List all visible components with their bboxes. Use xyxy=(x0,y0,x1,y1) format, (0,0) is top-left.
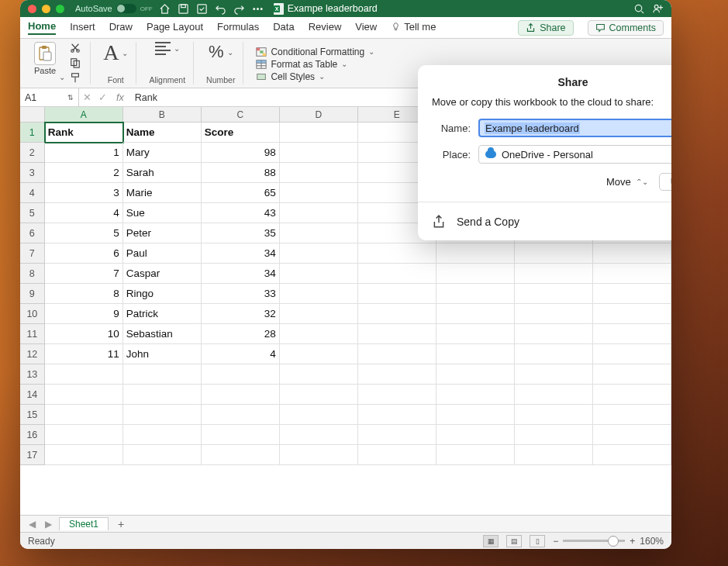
format-as-table-button[interactable]: Format as Table⌄ xyxy=(256,59,347,70)
cell[interactable]: 7 xyxy=(45,264,123,284)
cell[interactable]: Paul xyxy=(123,243,202,264)
cell[interactable] xyxy=(45,445,123,465)
cell[interactable] xyxy=(515,284,593,304)
cell[interactable] xyxy=(358,364,436,385)
cell[interactable] xyxy=(515,243,593,264)
cell[interactable] xyxy=(202,405,280,425)
cell[interactable] xyxy=(280,163,358,183)
save-icon[interactable] xyxy=(178,2,190,15)
cell[interactable] xyxy=(436,445,515,465)
cell[interactable] xyxy=(358,264,436,284)
view-normal-icon[interactable]: ▦ xyxy=(483,535,499,547)
row-header[interactable]: 1 xyxy=(20,123,45,143)
account-icon[interactable] xyxy=(651,2,664,15)
cell[interactable] xyxy=(280,203,358,223)
cell[interactable] xyxy=(593,425,671,445)
cell[interactable] xyxy=(123,385,202,405)
tab-tellme[interactable]: Tell me xyxy=(391,21,436,34)
cell[interactable]: Caspar xyxy=(123,264,202,284)
cell[interactable] xyxy=(515,304,593,324)
cell[interactable]: 9 xyxy=(45,304,123,324)
row-header[interactable]: 8 xyxy=(20,264,45,284)
cell[interactable] xyxy=(593,385,671,405)
move-select[interactable]: Move ⌃⌄ xyxy=(606,176,648,188)
cell[interactable] xyxy=(593,405,671,425)
cell[interactable]: 98 xyxy=(202,143,280,163)
chevron-down-icon[interactable]: ⌄ xyxy=(227,48,233,57)
cell[interactable] xyxy=(280,324,358,344)
cell[interactable] xyxy=(593,364,671,385)
name-input[interactable]: Exampe leaderboard xyxy=(478,119,671,137)
zoom-out-icon[interactable]: − xyxy=(553,536,558,547)
cell[interactable]: 2 xyxy=(45,163,123,183)
cell[interactable] xyxy=(593,324,671,344)
cell[interactable] xyxy=(593,264,671,284)
upload-button[interactable]: Upload xyxy=(659,173,671,191)
align-icon[interactable] xyxy=(155,42,171,55)
row-header[interactable]: 6 xyxy=(20,223,45,243)
col-header-C[interactable]: C xyxy=(202,107,280,122)
row-header[interactable]: 7 xyxy=(20,243,45,264)
cell[interactable]: Patrick xyxy=(123,304,202,324)
cell[interactable] xyxy=(280,264,358,284)
close-window[interactable] xyxy=(28,5,36,13)
home-icon[interactable] xyxy=(159,2,171,15)
cell-styles-button[interactable]: Cell Styles⌄ xyxy=(256,71,325,82)
chevron-down-icon[interactable]: ⌄ xyxy=(174,44,180,53)
row-header[interactable]: 15 xyxy=(20,405,45,425)
percent-icon[interactable]: % xyxy=(209,42,224,62)
search-icon[interactable] xyxy=(633,2,645,15)
tab-draw[interactable]: Draw xyxy=(109,21,133,34)
quicksave-icon[interactable] xyxy=(196,2,209,15)
minimize-window[interactable] xyxy=(42,5,50,13)
send-copy-button[interactable]: Send a Copy › xyxy=(418,202,671,240)
tab-pagelayout[interactable]: Page Layout xyxy=(147,21,203,34)
add-sheet-button[interactable]: + xyxy=(113,518,129,530)
copy-icon[interactable] xyxy=(68,57,82,69)
font-a-icon[interactable]: A xyxy=(103,42,119,64)
cell[interactable] xyxy=(280,183,358,203)
cell[interactable]: 88 xyxy=(202,163,280,183)
cell[interactable]: 6 xyxy=(45,243,123,264)
row-header[interactable]: 9 xyxy=(20,284,45,304)
cell[interactable] xyxy=(358,425,436,445)
cell[interactable] xyxy=(358,385,436,405)
conditional-formatting-button[interactable]: Conditional Formatting⌄ xyxy=(256,47,374,57)
cell[interactable] xyxy=(436,284,515,304)
col-header-D[interactable]: D xyxy=(280,107,358,122)
cell[interactable] xyxy=(436,243,515,264)
cell[interactable]: 34 xyxy=(202,264,280,284)
cell[interactable]: 10 xyxy=(45,324,123,344)
row-header[interactable]: 14 xyxy=(20,385,45,405)
autosave-toggle[interactable]: AutoSave OFF xyxy=(75,4,153,13)
tab-view[interactable]: View xyxy=(355,21,377,34)
zoom-in-icon[interactable]: + xyxy=(630,536,635,547)
row-header[interactable]: 4 xyxy=(20,183,45,203)
chevron-down-icon[interactable]: ⌄ xyxy=(122,49,128,57)
more-icon[interactable] xyxy=(252,2,264,15)
cell[interactable] xyxy=(515,445,593,465)
cell[interactable]: 28 xyxy=(202,324,280,344)
cell[interactable] xyxy=(515,425,593,445)
cell[interactable]: Rank xyxy=(45,123,123,143)
cell[interactable] xyxy=(280,405,358,425)
cell[interactable] xyxy=(280,223,358,243)
cell[interactable] xyxy=(515,364,593,385)
cell[interactable]: 4 xyxy=(202,344,280,364)
cell[interactable] xyxy=(280,445,358,465)
maximize-window[interactable] xyxy=(56,5,64,13)
cell[interactable]: 4 xyxy=(45,203,123,223)
zoom-slider[interactable] xyxy=(563,540,625,542)
share-button[interactable]: Share xyxy=(518,20,573,36)
cell[interactable] xyxy=(280,304,358,324)
row-header[interactable]: 13 xyxy=(20,364,45,385)
chevron-down-icon[interactable]: ⌄ xyxy=(59,73,65,81)
cell[interactable] xyxy=(280,425,358,445)
cell[interactable]: 5 xyxy=(45,223,123,243)
row-header[interactable]: 11 xyxy=(20,324,45,344)
cancel-icon[interactable]: ✕ xyxy=(79,91,95,103)
cell[interactable] xyxy=(202,364,280,385)
cell[interactable]: 1 xyxy=(45,143,123,163)
cell[interactable] xyxy=(123,425,202,445)
cell[interactable]: 43 xyxy=(202,203,280,223)
